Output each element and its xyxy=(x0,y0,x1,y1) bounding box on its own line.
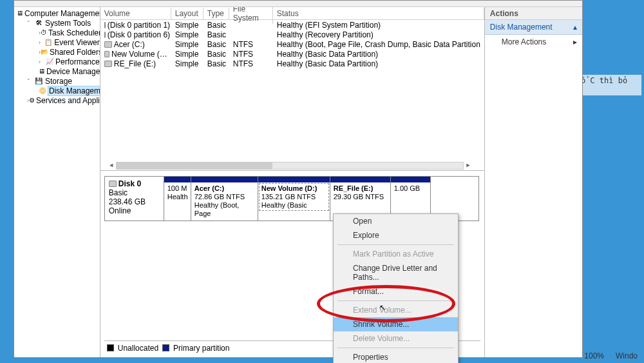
ctx-explore[interactable]: Explore xyxy=(334,228,458,242)
ctx-format[interactable]: Format... xyxy=(334,284,458,299)
clock-icon: ⏱ xyxy=(41,28,47,37)
scroll-track[interactable] xyxy=(116,162,464,170)
partition[interactable]: 100 MHealth xyxy=(164,177,191,221)
device-icon: 🖥 xyxy=(39,67,45,76)
collapse-icon[interactable]: ˅ xyxy=(27,20,33,26)
tree-performance[interactable]: ›📈Performance xyxy=(15,57,100,66)
chevron-right-icon: ▸ xyxy=(573,37,577,46)
legend-unallocated-icon xyxy=(107,344,114,351)
col-status[interactable]: Status xyxy=(273,8,484,19)
tools-icon: 🛠 xyxy=(33,19,44,28)
col-type[interactable]: Type xyxy=(204,8,229,19)
volume-row[interactable]: (Disk 0 partition 6)SimpleBasicHealthy (… xyxy=(100,30,484,39)
volume-row[interactable]: RE_File (E:)SimpleBasicNTFSHealthy (Basi… xyxy=(100,59,484,68)
separator xyxy=(337,300,454,301)
actions-pane: Actions Disk Management ▴ More Actions ▸ xyxy=(485,7,582,357)
col-layout[interactable]: Layout xyxy=(171,8,204,19)
tree-services-apps[interactable]: › ⚙ Services and Applications xyxy=(15,95,100,105)
volume-row[interactable]: New Volume (…SimpleBasicNTFSHealthy (Bas… xyxy=(100,49,484,59)
partition[interactable]: New Volume (D:)135.21 GB NTFSHealthy (Ba… xyxy=(258,177,330,221)
volume-row[interactable]: (Disk 0 partition 1)SimpleBasicHealthy (… xyxy=(100,20,484,30)
folder-icon: 📂 xyxy=(41,48,48,57)
zoom-level: 100% xyxy=(584,351,604,360)
tree-device-manager[interactable]: 🖥Device Manager xyxy=(15,66,100,76)
drive-icon xyxy=(104,51,109,57)
ctx-shrink-volume[interactable]: Shrink Volume... xyxy=(334,317,458,331)
legend-primary-icon xyxy=(162,344,169,351)
drive-icon xyxy=(104,22,106,28)
disk-type: Basic xyxy=(109,188,160,197)
cursor-icon: ↖ xyxy=(379,303,386,312)
perf-icon: 📈 xyxy=(44,57,54,66)
expand-icon[interactable]: › xyxy=(39,39,44,46)
collapse-icon[interactable]: ˅ xyxy=(27,78,33,84)
legend-primary-label: Primary partition xyxy=(173,344,229,353)
volume-row[interactable]: Acer (C:)SimpleBasicNTFSHealthy (Boot, P… xyxy=(100,39,484,49)
ctx-extend-volume: Extend Volume... xyxy=(334,303,458,317)
computer-icon: 🖥 xyxy=(17,9,23,18)
volume-list-header[interactable]: Volume Layout Type File System Status xyxy=(100,7,484,20)
drive-icon xyxy=(109,181,117,187)
separator xyxy=(337,244,454,245)
chevron-up-icon: ▴ xyxy=(573,23,577,32)
context-menu: Open Explore Mark Partition as Active Ch… xyxy=(333,213,459,363)
status-bar: 100% Windo xyxy=(578,349,644,363)
drive-icon xyxy=(104,32,106,38)
drive-icon xyxy=(104,61,112,67)
toolbar[interactable] xyxy=(14,1,582,7)
navigation-tree[interactable]: 🖥 Computer Management (Local) ˅ 🛠 System… xyxy=(14,7,100,357)
tree-system-tools[interactable]: ˅ 🛠 System Tools xyxy=(15,18,100,28)
scroll-right-icon[interactable]: ► xyxy=(464,162,473,170)
actions-more[interactable]: More Actions ▸ xyxy=(485,35,582,49)
horizontal-scrollbar[interactable]: ◄ ► xyxy=(107,161,473,170)
expand-icon[interactable]: › xyxy=(39,59,44,65)
col-volume[interactable]: Volume xyxy=(100,8,171,19)
tree-shared-folders[interactable]: ›📂Shared Folders xyxy=(15,47,100,57)
disk-size: 238.46 GB xyxy=(109,197,160,206)
tree-root[interactable]: 🖥 Computer Management (Local) xyxy=(15,8,100,18)
ctx-delete-volume: Delete Volume... xyxy=(334,331,458,346)
separator xyxy=(337,348,454,348)
tree-task-scheduler[interactable]: ›⏱Task Scheduler xyxy=(15,28,100,37)
disk-icon: 📀 xyxy=(39,86,46,95)
scroll-left-icon[interactable]: ◄ xyxy=(107,162,116,170)
disk-status: Online xyxy=(109,206,160,215)
scroll-thumb[interactable] xyxy=(117,162,272,169)
partition[interactable]: Acer (C:)72.86 GB NTFSHealthy (Boot, Pag… xyxy=(191,177,258,221)
event-icon: 📋 xyxy=(44,38,53,47)
actions-section[interactable]: Disk Management ▴ xyxy=(485,20,582,35)
ctx-mark-active: Mark Partition as Active xyxy=(334,247,458,261)
tree-event-viewer[interactable]: ›📋Event Viewer xyxy=(15,37,100,47)
drive-icon xyxy=(104,41,112,48)
disk-info[interactable]: Disk 0 Basic 238.46 GB Online xyxy=(105,177,164,221)
services-icon: ⚙ xyxy=(29,96,35,105)
volume-list[interactable]: Volume Layout Type File System Status (D… xyxy=(100,7,484,170)
ctx-open[interactable]: Open xyxy=(334,214,458,228)
computer-management-window: 🖥 Computer Management (Local) ˅ 🛠 System… xyxy=(14,0,583,358)
window-label: Windo xyxy=(616,351,638,360)
actions-title: Actions xyxy=(485,7,582,20)
storage-icon: 💾 xyxy=(33,77,44,86)
tree-disk-management[interactable]: 📀Disk Management xyxy=(15,86,100,95)
ctx-change-letter[interactable]: Change Drive Letter and Paths... xyxy=(334,261,458,284)
legend-unallocated-label: Unallocated xyxy=(118,344,158,353)
col-filesystem[interactable]: File System xyxy=(229,7,273,24)
ctx-properties[interactable]: Properties xyxy=(334,350,458,363)
tree-storage[interactable]: ˅ 💾 Storage xyxy=(15,76,100,86)
